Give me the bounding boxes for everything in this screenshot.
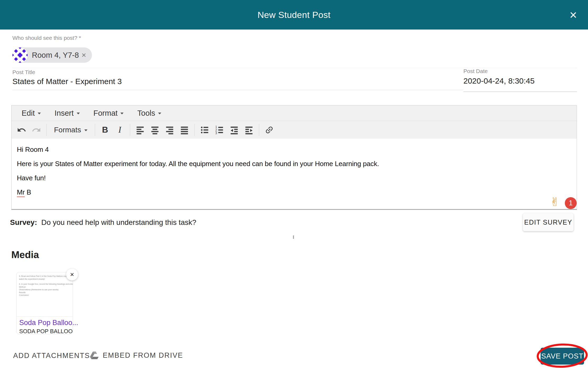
survey-row: Survey:Do you need help with understandi…	[10, 218, 196, 227]
document-preview: 5. Read and follow Part 2 of the Soda Po…	[17, 272, 73, 317]
new-student-post-modal: New Student Post × Who should see this p…	[0, 0, 588, 368]
survey-question: Do you need help with understanding this…	[41, 218, 196, 226]
toolbar-separator	[194, 124, 195, 136]
post-date-underline	[463, 91, 577, 92]
reaction-count-badge: 1	[565, 197, 577, 209]
post-title-input[interactable]	[12, 77, 455, 86]
menu-tools-label: Tools	[137, 109, 155, 118]
preview-line: Method	[19, 286, 73, 289]
editor-paragraph: Hi Room 4	[17, 145, 571, 154]
caret-down-icon	[120, 113, 124, 114]
post-title-label: Post Title	[12, 69, 35, 75]
preview-line: Conclusion	[19, 294, 73, 297]
save-post-button[interactable]: SAVE POST	[541, 348, 584, 365]
editor-paragraph: Mr B	[17, 188, 571, 197]
indent-icon[interactable]	[242, 123, 256, 137]
italic-label: I	[118, 125, 121, 135]
stray-mark	[293, 235, 294, 239]
redo-icon[interactable]	[29, 123, 44, 137]
preview-line: Observations (Remember to use your words…	[19, 288, 73, 291]
toolbar-separator	[130, 124, 130, 136]
menu-format-label: Format	[94, 109, 118, 118]
undo-icon[interactable]	[14, 123, 29, 137]
toolbar-separator	[95, 124, 95, 136]
misspelled-word: Mr	[17, 188, 25, 197]
survey-label: Survey:	[10, 218, 37, 226]
outdent-icon[interactable]	[227, 123, 242, 137]
embed-from-drive-button[interactable]: EMBED FROM DRIVE	[90, 350, 183, 361]
menu-edit-label: Edit	[22, 109, 35, 118]
caret-down-icon	[158, 113, 161, 114]
link-icon[interactable]	[262, 123, 277, 137]
menu-insert[interactable]: Insert	[48, 105, 87, 121]
google-drive-icon	[90, 351, 99, 359]
post-date-label: Post Date	[463, 68, 488, 74]
post-date-field[interactable]: 2020-04-24, 8:30:45	[463, 76, 535, 85]
editor-content-area[interactable]: Hi Room 4 Here is your States of Matter …	[12, 139, 577, 209]
remove-attachment-icon[interactable]: ×	[66, 269, 78, 280]
audience-label: Who should see this post? *	[12, 35, 81, 41]
bullet-list-icon[interactable]	[197, 123, 212, 137]
caret-down-icon	[38, 113, 41, 114]
preview-line: Results	[19, 291, 73, 294]
embed-from-drive-label: EMBED FROM DRIVE	[103, 351, 183, 360]
menu-edit[interactable]: Edit	[15, 105, 48, 121]
align-center-icon[interactable]	[148, 123, 162, 137]
post-title-underline	[12, 90, 463, 90]
editor-toolbar: Formats B I	[12, 121, 577, 139]
preview-line: watch the experiment closely!	[19, 278, 73, 281]
preview-line: 5. Read and follow Part 2 of the Soda Po…	[19, 275, 73, 278]
align-justify-icon[interactable]	[177, 123, 192, 137]
edit-survey-button[interactable]: EDIT SURVEY	[523, 213, 574, 231]
attachment-link[interactable]: Soda Pop Balloo...	[19, 319, 78, 327]
add-attachments-button[interactable]: ADD ATTACHMENTS	[13, 352, 90, 360]
audience-chip: Room 4, Y7-8 ×	[12, 47, 92, 63]
bold-icon[interactable]: B	[98, 123, 112, 137]
caret-down-icon	[77, 113, 80, 114]
audience-field-underline	[12, 68, 577, 68]
page-title: New Student Post	[0, 0, 588, 30]
menu-format[interactable]: Format	[87, 105, 131, 121]
italic-icon[interactable]: I	[112, 123, 127, 137]
attachment-caption: SODA POP BALLOON E	[19, 328, 72, 335]
caret-down-icon	[84, 129, 87, 131]
group-avatar	[12, 47, 28, 63]
chip-remove-icon[interactable]: ×	[81, 51, 86, 60]
media-attachment-card: 5. Read and follow Part 2 of the Soda Po…	[16, 272, 73, 334]
menu-insert-label: Insert	[55, 109, 74, 118]
numbered-list-icon[interactable]: 123	[212, 123, 227, 137]
bold-label: B	[102, 125, 108, 135]
editor-menubar: Edit Insert Format Tools	[12, 105, 577, 121]
formats-label: Formats	[54, 126, 81, 134]
signature-rest: B	[27, 188, 31, 196]
preview-line: 6. In your Google Doc, record the follow…	[19, 283, 73, 286]
align-left-icon[interactable]	[133, 123, 148, 137]
rich-text-editor: Edit Insert Format Tools	[11, 105, 577, 210]
menu-tools[interactable]: Tools	[130, 105, 168, 121]
media-heading: Media	[11, 249, 39, 260]
toolbar-separator	[46, 124, 47, 136]
toolbar-separator	[259, 124, 259, 136]
svg-text:3: 3	[215, 131, 217, 134]
modal-header: New Student Post ×	[0, 0, 588, 30]
editor-paragraph: Have fun!	[17, 174, 571, 182]
align-right-icon[interactable]	[162, 123, 177, 137]
audience-chip-label: Room 4, Y7-8	[32, 51, 79, 60]
victory-hand-emoji-icon[interactable]: ✌	[550, 195, 560, 209]
close-icon[interactable]: ×	[570, 0, 577, 30]
formats-dropdown[interactable]: Formats	[49, 123, 92, 137]
editor-paragraph: Here is your States of Matter experiment…	[17, 159, 571, 168]
